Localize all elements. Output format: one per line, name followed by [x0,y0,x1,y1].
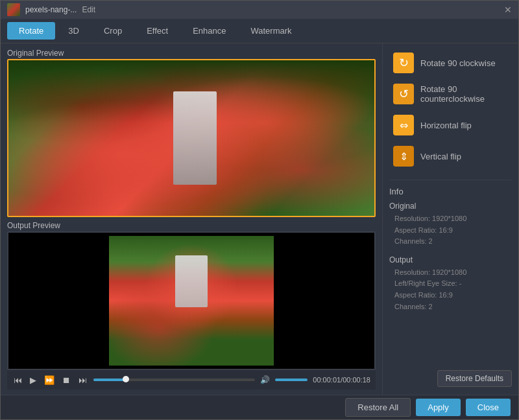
rotate-cw-icon: ↻ [393,52,414,73]
output-img-content [109,236,274,366]
restore-defaults-button[interactable]: Restore Defaults [437,370,512,387]
output-resolution: Resolution: 1920*1080 [394,267,512,279]
original-image [8,60,374,216]
flip-h-button[interactable]: ⇔ Horizontal flip [389,112,512,138]
tab-effect[interactable]: Effect [135,22,180,40]
skip-forward-button[interactable]: ⏭ [77,375,88,385]
output-eye-size: Left/Right Eye Size: - [394,278,512,290]
rotate-ccw-button[interactable]: ↺ Rotate 90 counterclockwise [389,81,512,107]
original-preview-section: Original Preview [7,49,376,217]
output-preview-label: Output Preview [7,221,376,230]
original-channels: Channels: 2 [394,236,512,248]
original-aspect: Aspect Ratio: 16:9 [394,225,512,237]
rotate-ccw-label: Rotate 90 counterclockwise [420,84,508,104]
file-name: pexels-nang-... [25,5,77,14]
play-button[interactable]: ▶ [29,375,38,385]
time-display: 00:00:01/00:00:18 [313,376,370,384]
rotate-cw-label: Rotate 90 clockwise [420,58,496,68]
tab-enhance[interactable]: Enhance [181,22,237,40]
right-panel: ↻ Rotate 90 clockwise ↺ Rotate 90 counte… [382,43,518,395]
preview-panel: Original Preview Output Preview [1,43,382,395]
original-info-group: Original Resolution: 1920*1080 Aspect Ra… [389,202,512,248]
restore-all-button[interactable]: Restore All [345,398,411,417]
title-bar: pexels-nang-... Edit ✕ [1,1,518,19]
volume-bar[interactable] [275,379,308,381]
rotate-cw-button[interactable]: ↻ Rotate 90 clockwise [389,50,512,76]
original-info-title: Original [389,202,512,211]
close-button[interactable]: Close [466,399,511,416]
output-info-title: Output [389,255,512,264]
volume-icon: 🔊 [260,375,270,384]
flip-v-label: Vertical flip [420,152,461,161]
progress-bar[interactable] [93,379,255,381]
output-image [8,233,374,369]
flip-v-icon: ⇕ [393,146,414,167]
info-section: Info Original Resolution: 1920*1080 Aspe… [389,180,512,320]
progress-handle[interactable] [123,376,129,382]
output-preview-section: Output Preview ⏮ ▶ ⏩ ⏹ ⏭ [7,221,376,390]
title-bar-left: pexels-nang-... Edit [7,3,95,16]
flip-h-label: Horizontal flip [420,121,472,130]
close-window-button[interactable]: ✕ [504,5,512,15]
original-resolution: Resolution: 1920*1080 [394,213,512,225]
tab-crop[interactable]: Crop [92,22,134,40]
action-buttons: ↻ Rotate 90 clockwise ↺ Rotate 90 counte… [389,50,512,169]
progress-fill [93,379,126,381]
rotate-ccw-icon: ↺ [393,84,414,104]
output-white-sculpture [175,255,208,307]
output-aspect: Aspect Ratio: 16:9 [394,290,512,301]
info-title: Info [389,187,512,196]
tab-3d[interactable]: 3D [56,22,91,40]
main-content: Original Preview Output Preview [1,43,518,395]
stop-button[interactable]: ⏹ [61,375,72,385]
video-controls: ⏮ ▶ ⏩ ⏹ ⏭ 🔊 00:00:01/00:00:18 [7,370,376,390]
main-window: pexels-nang-... Edit ✕ Rotate 3D Crop Ef… [0,0,519,420]
original-preview-label: Original Preview [7,49,376,58]
tab-bar: Rotate 3D Crop Effect Enhance Watermark [1,19,518,43]
output-channels: Channels: 2 [394,301,512,313]
output-preview-box [7,231,376,370]
flip-v-button[interactable]: ⇕ Vertical flip [389,143,512,169]
tab-watermark[interactable]: Watermark [239,22,303,40]
skip-back-button[interactable]: ⏮ [12,375,23,385]
original-preview-box [7,59,376,217]
window-title: Edit [82,5,95,14]
output-info-group: Output Resolution: 1920*1080 Left/Right … [389,255,512,312]
tab-rotate[interactable]: Rotate [7,22,55,40]
flower-background [8,60,374,216]
fast-forward-button[interactable]: ⏩ [43,375,56,385]
flip-h-icon: ⇔ [393,115,414,135]
white-sculpture [173,91,217,185]
bottom-bar: Restore All Apply Close [1,395,518,419]
video-thumbnail [7,3,20,16]
apply-button[interactable]: Apply [416,399,461,416]
